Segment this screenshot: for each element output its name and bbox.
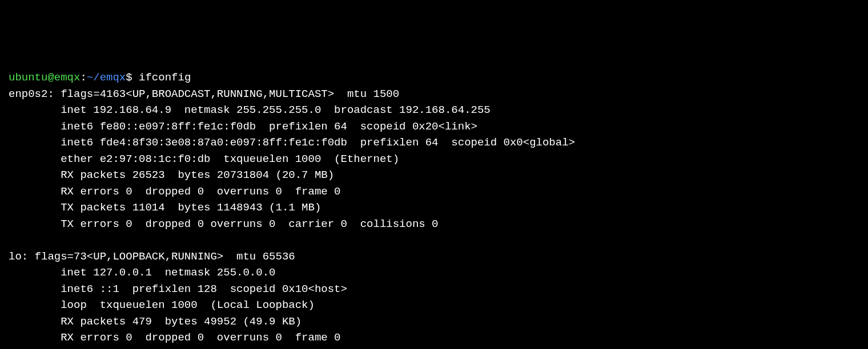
iface-0-line-0: inet 192.168.64.9 netmask 255.255.255.0 … <box>9 102 859 119</box>
iface-0-line-4: RX packets 26523 bytes 20731804 (20.7 MB… <box>9 167 859 184</box>
prompt-separator: : <box>80 71 86 84</box>
blank-line <box>9 232 859 249</box>
iface-0-line-2: inet6 fde4:8f30:3e08:87a0:e097:8ff:fe1c:… <box>9 135 859 151</box>
iface-1-line-4: RX errors 0 dropped 0 overruns 0 frame 0 <box>9 330 859 346</box>
command-text: ifconfig <box>139 71 191 84</box>
prompt-user-host: ubuntu@emqx <box>9 71 80 84</box>
prompt-dollar: $ <box>126 71 132 84</box>
iface-1-line-1: inet6 ::1 prefixlen 128 scopeid 0x10<hos… <box>9 281 859 298</box>
iface-0-line-6: TX packets 11014 bytes 1148943 (1.1 MB) <box>9 200 859 216</box>
iface-1-header: lo: flags=73<UP,LOOPBACK,RUNNING> mtu 65… <box>9 249 859 265</box>
iface-1-line-5: TX packets 479 bytes 49952 (49.9 KB) <box>9 346 859 350</box>
iface-0-header: enp0s2: flags=4163<UP,BROADCAST,RUNNING,… <box>9 86 859 103</box>
terminal-window[interactable]: ubuntu@emqx:~/emqx$ ifconfigenp0s2: flag… <box>9 70 859 349</box>
command-line-1: ubuntu@emqx:~/emqx$ ifconfig <box>9 70 859 86</box>
iface-1-line-3: RX packets 479 bytes 49952 (49.9 KB) <box>9 314 859 330</box>
iface-1-line-2: loop txqueuelen 1000 (Local Loopback) <box>9 297 859 314</box>
iface-1-line-0: inet 127.0.0.1 netmask 255.0.0.0 <box>9 265 859 281</box>
iface-0-line-7: TX errors 0 dropped 0 overruns 0 carrier… <box>9 216 859 233</box>
iface-0-line-5: RX errors 0 dropped 0 overruns 0 frame 0 <box>9 184 859 200</box>
iface-0-line-1: inet6 fe80::e097:8ff:fe1c:f0db prefixlen… <box>9 119 859 135</box>
prompt-path: ~/emqx <box>87 71 126 84</box>
iface-0-line-3: ether e2:97:08:1c:f0:db txqueuelen 1000 … <box>9 151 859 168</box>
